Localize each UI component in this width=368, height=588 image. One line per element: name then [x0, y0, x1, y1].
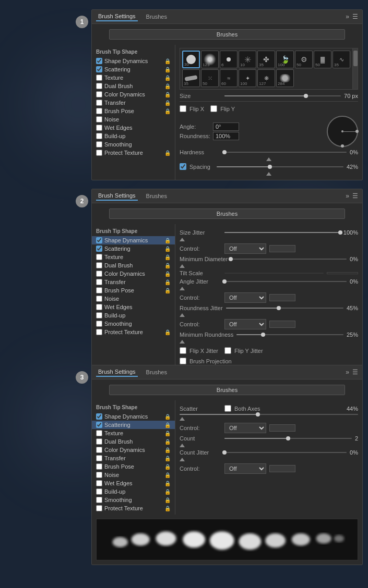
control-2-select[interactable]: Off [224, 292, 266, 303]
checkbox-smoothing-1[interactable] [96, 141, 102, 148]
option-wet-edges-3[interactable]: Wet Edges 🔒 [92, 479, 175, 487]
option-scattering-1[interactable]: Scattering 🔒 [92, 65, 175, 74]
option-smoothing-1[interactable]: Smoothing [92, 140, 175, 149]
option-noise-2[interactable]: Noise [92, 295, 175, 303]
checkbox-build-up-3[interactable] [96, 488, 102, 495]
count-jitter-slider[interactable] [224, 452, 347, 453]
expand-icon-2[interactable]: » [346, 192, 349, 200]
checkbox-noise-2[interactable] [96, 296, 102, 302]
brushes-button-2[interactable]: Brushes [109, 209, 345, 219]
option-noise-3[interactable]: Noise 🔒 [92, 471, 175, 479]
checkbox-flip-y-jitter[interactable] [224, 347, 231, 354]
option-color-dynamics-1[interactable]: Color Dynamics 🔒 [92, 90, 175, 99]
option-smoothing-2[interactable]: Smoothing [92, 320, 175, 328]
brush-preset-35-1[interactable]: ✤ 35 [257, 51, 275, 68]
checkbox-color-dynamics-2[interactable] [96, 271, 102, 277]
expand-icon[interactable]: » [346, 13, 349, 20]
checkbox-brush-pose-3[interactable] [96, 463, 102, 470]
spacing-slider[interactable] [217, 166, 343, 167]
option-noise-1[interactable]: Noise [92, 115, 175, 124]
checkbox-texture-2[interactable] [96, 254, 102, 260]
option-texture-2[interactable]: Texture 🔒 [92, 253, 175, 261]
checkbox-build-up-1[interactable] [96, 133, 102, 139]
option-texture-3[interactable]: Texture 🔒 [92, 429, 175, 437]
roundness-jitter-slider[interactable] [226, 308, 343, 309]
checkbox-texture-3[interactable] [96, 430, 102, 436]
tab-brushes-3[interactable]: Brushes [144, 368, 169, 376]
option-dual-brush-1[interactable]: Dual Brush 🔒 [92, 82, 175, 90]
checkbox-build-up-2[interactable] [96, 312, 102, 318]
option-color-dynamics-2[interactable]: Color Dynamics 🔒 [92, 270, 175, 278]
checkbox-brush-pose-2[interactable] [96, 287, 102, 293]
option-build-up-2[interactable]: Build-up [92, 311, 175, 320]
brushes-button-1[interactable]: Brushes [109, 29, 345, 40]
min-roundness-slider[interactable] [236, 334, 343, 335]
menu-icon-3[interactable]: ☰ [352, 369, 358, 376]
checkbox-shape-dynamics-1[interactable] [96, 58, 102, 64]
control-3-select[interactable]: Off [224, 319, 266, 329]
scatter-control-1-select[interactable]: Off [224, 423, 266, 433]
tab-brush-settings-1[interactable]: Brush Settings [96, 12, 138, 21]
size-jitter-slider[interactable] [224, 232, 340, 233]
checkbox-dual-brush-1[interactable] [96, 83, 102, 89]
option-brush-pose-2[interactable]: Brush Pose 🔒 [92, 286, 175, 295]
checkbox-wet-edges-2[interactable] [96, 304, 102, 310]
option-smoothing-3[interactable]: Smoothing 🔒 [92, 496, 175, 504]
checkbox-protect-texture-2[interactable] [96, 329, 102, 335]
checkbox-smoothing-2[interactable] [96, 321, 102, 327]
checkbox-shape-dynamics-3[interactable] [96, 413, 102, 420]
checkbox-shape-dynamics-2[interactable] [96, 237, 102, 243]
menu-icon[interactable]: ☰ [352, 13, 358, 20]
tab-brush-settings-3[interactable]: Brush Settings [96, 368, 138, 377]
tab-brush-settings-2[interactable]: Brush Settings [96, 191, 138, 201]
brush-preset-30[interactable]: 30 [182, 51, 200, 68]
checkbox-scattering-3[interactable] [96, 422, 102, 428]
checkbox-smoothing-3[interactable] [96, 497, 102, 503]
checkbox-transfer-2[interactable] [96, 279, 102, 285]
checkbox-scattering-2[interactable] [96, 246, 102, 252]
expand-icon-3[interactable]: » [346, 369, 349, 376]
tab-brushes-1[interactable]: Brushes [144, 13, 169, 21]
checkbox-flip-x-jitter[interactable] [180, 347, 186, 354]
option-brush-pose-3[interactable]: Brush Pose 🔒 [92, 462, 175, 471]
checkbox-noise-3[interactable] [96, 472, 102, 478]
option-transfer-1[interactable]: Transfer 🔒 [92, 99, 175, 107]
option-protect-texture-1[interactable]: Protect Texture 🔒 [92, 149, 175, 157]
hardness-slider[interactable] [224, 152, 347, 153]
checkbox-wet-edges-1[interactable] [96, 125, 102, 131]
brush-preset-50-2[interactable]: ▓ 50 [314, 51, 331, 68]
option-brush-pose-1[interactable]: Brush Pose 🔒 [92, 107, 175, 115]
checkbox-color-dynamics-1[interactable] [96, 91, 102, 97]
angle-jitter-slider[interactable] [224, 281, 347, 282]
checkbox-brush-pose-1[interactable] [96, 108, 102, 114]
option-dual-brush-3[interactable]: Dual Brush 🔒 [92, 437, 175, 446]
brush-preset-127[interactable]: ❋ 127 [257, 69, 275, 87]
brushes-button-3[interactable]: Brushes [109, 385, 345, 395]
brush-preset-123[interactable]: 123 [201, 51, 219, 68]
option-shape-dynamics-3[interactable]: Shape Dynamics 🔒 [92, 412, 175, 421]
brush-preset-50-3[interactable]: ⁙ 50 [201, 69, 219, 87]
brush-preset-6[interactable]: 6 [220, 51, 238, 68]
brush-preset-35-3[interactable]: 35 [182, 69, 200, 87]
preset-scrollbar[interactable] [352, 48, 358, 89]
brush-preset-100-2[interactable]: ✦ 100 [239, 69, 256, 87]
scatter-slider[interactable] [180, 414, 358, 415]
checkbox-dual-brush-2[interactable] [96, 262, 102, 268]
checkbox-protect-texture-3[interactable] [96, 505, 102, 511]
control-1-select[interactable]: Off [224, 243, 266, 254]
checkbox-noise-1[interactable] [96, 116, 102, 123]
option-texture-1[interactable]: Texture 🔒 [92, 74, 175, 82]
checkbox-transfer-1[interactable] [96, 100, 102, 106]
size-slider[interactable] [224, 95, 341, 96]
option-protect-texture-3[interactable]: Protect Texture 🔒 [92, 504, 175, 512]
option-shape-dynamics-2[interactable]: Shape Dynamics 🔒 [92, 236, 175, 244]
option-shape-dynamics-1[interactable]: Shape Dynamics 🔒 [92, 57, 175, 65]
option-dual-brush-2[interactable]: Dual Brush 🔒 [92, 261, 175, 270]
checkbox-flip-y[interactable] [210, 105, 217, 112]
option-transfer-2[interactable]: Transfer 🔒 [92, 278, 175, 286]
checkbox-wet-edges-3[interactable] [96, 480, 102, 486]
checkbox-brush-projection[interactable] [180, 358, 186, 364]
angle-circle-widget[interactable] [327, 116, 358, 147]
checkbox-spacing[interactable] [180, 163, 186, 170]
option-color-dynamics-3[interactable]: Color Dynamics 🔒 [92, 446, 175, 454]
